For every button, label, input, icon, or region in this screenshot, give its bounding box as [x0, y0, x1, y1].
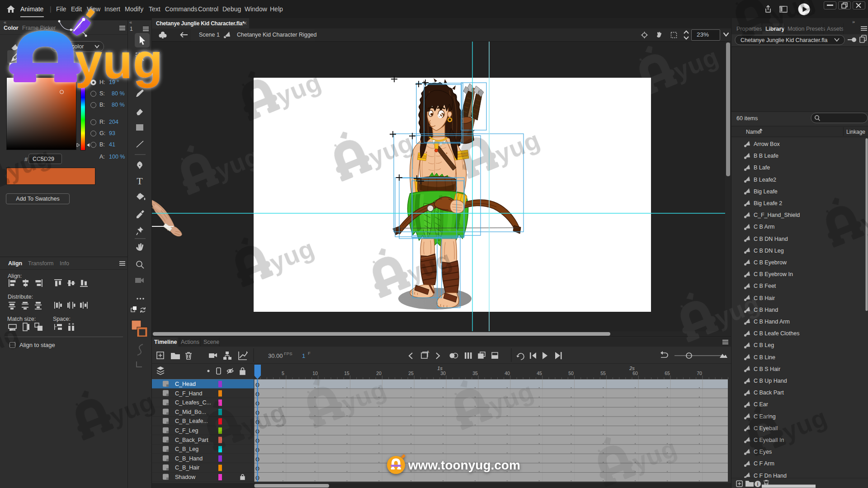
svg-text:10: 10	[312, 371, 318, 376]
svg-text:B Leafe2: B Leafe2	[754, 177, 776, 183]
svg-text:15: 15	[344, 371, 349, 376]
svg-text:C_Head: C_Head	[175, 381, 196, 387]
svg-text:Scene: Scene	[203, 339, 219, 345]
svg-text:C B Line: C B Line	[754, 354, 775, 361]
svg-text:2s: 2s	[629, 366, 635, 371]
svg-text:i: i	[757, 482, 759, 487]
svg-text:C B Hair: C B Hair	[754, 295, 775, 301]
svg-text:»: »	[852, 19, 855, 24]
svg-text:C_F_Hand: C_F_Hand	[175, 390, 202, 397]
svg-text:C Eyeball In: C Eyeball In	[754, 437, 784, 443]
svg-text:C_F_Leg: C_F_Leg	[175, 427, 198, 434]
svg-text:C B DN Leg: C B DN Leg	[754, 248, 784, 254]
svg-text:C_Back_Part: C_Back_Part	[175, 437, 208, 443]
svg-text:Arrow Box: Arrow Box	[754, 141, 780, 147]
svg-text:65: 65	[665, 371, 670, 376]
svg-text:5: 5	[282, 371, 284, 376]
svg-text:45: 45	[537, 371, 542, 376]
svg-text:C B Eyebrow: C B Eyebrow	[754, 259, 787, 266]
svg-text:C Ear: C Ear	[754, 401, 768, 408]
svg-text:C_B_Leafe...: C_B_Leafe...	[175, 418, 208, 424]
svg-text:50: 50	[568, 371, 574, 376]
svg-text:C B Hand Arm: C B Hand Arm	[754, 319, 790, 325]
svg-text:C_Leafes_C...: C_Leafes_C...	[175, 399, 211, 406]
svg-text:1: 1	[302, 352, 305, 359]
svg-text:Assets: Assets	[827, 26, 844, 32]
svg-text:60 items: 60 items	[736, 115, 758, 122]
svg-text:C B Eyebrow In: C B Eyebrow In	[754, 271, 793, 277]
svg-text:Shadow: Shadow	[175, 474, 196, 480]
svg-text:C Eyeball: C Eyeball	[754, 425, 778, 432]
svg-text:C B Arm: C B Arm	[754, 224, 775, 230]
svg-text:C_F_Hand_Shield: C_F_Hand_Shield	[754, 212, 800, 218]
svg-text:C_Mid_Bo...: C_Mid_Bo...	[175, 409, 206, 415]
svg-text:Actions: Actions	[181, 339, 199, 345]
svg-text:C B Leg: C B Leg	[754, 342, 774, 348]
svg-text:FPS: FPS	[284, 351, 292, 356]
svg-text:C B S Hair: C B S Hair	[754, 366, 780, 372]
svg-text:Big Leafe 2: Big Leafe 2	[754, 200, 782, 206]
svg-text:F: F	[308, 351, 311, 356]
svg-text:T: T	[137, 175, 143, 187]
svg-text:Chetanye Junglie Kid Character: Chetanye Junglie Kid Character.fla	[741, 37, 828, 43]
svg-text:Properties: Properties	[736, 26, 762, 32]
svg-text:70: 70	[697, 371, 702, 376]
svg-text:C_B_Hair: C_B_Hair	[175, 465, 199, 471]
svg-text:A: A	[427, 350, 429, 354]
svg-text:Timeline: Timeline	[154, 339, 177, 345]
svg-text:C B Leafe Clothes: C B Leafe Clothes	[754, 330, 799, 337]
svg-text:20: 20	[376, 371, 382, 376]
svg-text:25: 25	[408, 371, 414, 376]
svg-text:C B Feet: C B Feet	[754, 283, 776, 289]
svg-text:C F Arm: C F Arm	[754, 460, 774, 467]
svg-text:C B Up Hand: C B Up Hand	[754, 378, 787, 384]
svg-text:Name: Name	[746, 129, 760, 135]
svg-text:C Earing: C Earing	[754, 413, 776, 420]
svg-text:40: 40	[505, 371, 510, 376]
svg-text:C Eyes: C Eyes	[754, 449, 772, 455]
svg-text:C B DN Hand: C B DN Hand	[754, 236, 788, 242]
svg-text:Motion Presets: Motion Presets	[788, 26, 825, 32]
svg-text:C_B_Hand: C_B_Hand	[175, 455, 203, 462]
svg-text:55: 55	[600, 371, 606, 376]
svg-text:Big Leafe: Big Leafe	[754, 188, 778, 195]
svg-text:B Lafe: B Lafe	[754, 164, 770, 171]
svg-text:1s: 1s	[437, 366, 443, 371]
svg-text:C Back Part: C Back Part	[754, 389, 784, 396]
svg-text:30.00: 30.00	[268, 352, 283, 359]
svg-text:Linkage: Linkage	[846, 129, 865, 135]
svg-text:35: 35	[472, 371, 478, 376]
svg-text:C_B_Leg: C_B_Leg	[175, 446, 198, 452]
svg-text:C B Hand: C B Hand	[754, 307, 778, 313]
svg-text:60: 60	[632, 371, 638, 376]
svg-text:Library: Library	[765, 26, 784, 32]
svg-text:B B Leafe: B B Leafe	[754, 153, 778, 159]
svg-text:30: 30	[440, 371, 446, 376]
